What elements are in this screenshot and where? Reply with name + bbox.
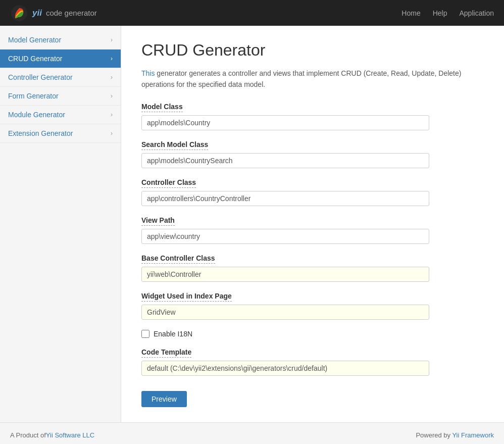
controller-class-label: Controller Class bbox=[141, 178, 196, 188]
page-title: CRUD Generator bbox=[141, 41, 484, 60]
enable-i18n-checkbox[interactable] bbox=[141, 330, 149, 338]
search-model-class-label: Search Model Class bbox=[141, 140, 208, 150]
search-model-class-input[interactable] bbox=[141, 153, 429, 168]
view-path-input[interactable] bbox=[141, 229, 429, 244]
nav-home[interactable]: Home bbox=[401, 9, 420, 17]
header-nav: Home Help Application bbox=[401, 9, 494, 17]
base-controller-class-group: Base Controller Class bbox=[141, 254, 484, 282]
chevron-right-icon: › bbox=[111, 92, 113, 100]
sidebar-item-controller-generator[interactable]: Controller Generator › bbox=[0, 68, 121, 87]
footer: A Product of Yii Software LLC Powered by… bbox=[0, 422, 504, 444]
sidebar-item-form-generator[interactable]: Form Generator › bbox=[0, 87, 121, 106]
model-class-group: Model Class bbox=[141, 103, 484, 130]
model-class-label: Model Class bbox=[141, 103, 183, 112]
sidebar-item-module-generator[interactable]: Module Generator › bbox=[0, 106, 121, 124]
sidebar-item-label: CRUD Generator bbox=[8, 55, 62, 63]
enable-i18n-label: Enable I18N bbox=[154, 330, 192, 338]
footer-right: Powered by Yii Framework bbox=[416, 431, 494, 439]
chevron-right-icon: › bbox=[111, 111, 113, 118]
sidebar: Model Generator › CRUD Generator › Contr… bbox=[0, 26, 121, 422]
logo: yii code generator bbox=[10, 4, 97, 22]
controller-class-group: Controller Class bbox=[141, 178, 484, 206]
preview-button[interactable]: Preview bbox=[141, 391, 187, 407]
view-path-label: View Path bbox=[141, 216, 175, 226]
chevron-right-icon: › bbox=[111, 74, 113, 81]
widget-used-label: Widget Used in Index Page bbox=[141, 292, 232, 302]
logo-text: yii bbox=[32, 8, 42, 18]
header: yii code generator Home Help Application bbox=[0, 0, 504, 26]
sidebar-item-model-generator[interactable]: Model Generator › bbox=[0, 31, 121, 50]
footer-yii-framework-link[interactable]: Yii Framework bbox=[452, 431, 494, 439]
code-template-group: Code Template bbox=[141, 348, 484, 376]
search-model-class-group: Search Model Class bbox=[141, 140, 484, 168]
sidebar-item-label: Form Generator bbox=[8, 92, 59, 100]
sidebar-item-label: Module Generator bbox=[8, 111, 65, 119]
nav-application[interactable]: Application bbox=[460, 9, 494, 17]
description-this-link[interactable]: This bbox=[141, 69, 155, 77]
nav-help[interactable]: Help bbox=[433, 9, 447, 17]
description: This generator generates a controller an… bbox=[141, 68, 484, 90]
logo-subtitle: code generator bbox=[46, 9, 97, 17]
yii-logo-icon bbox=[10, 4, 28, 22]
enable-i18n-group: Enable I18N bbox=[141, 330, 484, 338]
base-controller-class-input[interactable] bbox=[141, 267, 429, 282]
sidebar-item-crud-generator[interactable]: CRUD Generator › bbox=[0, 50, 121, 68]
description-text: generator generates a controller and vie… bbox=[141, 69, 461, 88]
model-class-input[interactable] bbox=[141, 115, 429, 130]
controller-class-input[interactable] bbox=[141, 191, 429, 206]
view-path-group: View Path bbox=[141, 216, 484, 244]
footer-yii-software-link[interactable]: Yii Software LLC bbox=[46, 431, 94, 439]
chevron-right-icon: › bbox=[111, 130, 113, 137]
sidebar-item-extension-generator[interactable]: Extension Generator › bbox=[0, 124, 121, 143]
chevron-right-icon: › bbox=[111, 55, 113, 62]
main-content: CRUD Generator This generator generates … bbox=[121, 26, 504, 422]
widget-used-group: Widget Used in Index Page bbox=[141, 292, 484, 320]
sidebar-item-label: Model Generator bbox=[8, 36, 61, 44]
footer-powered-text: Powered by bbox=[416, 431, 452, 439]
layout: Model Generator › CRUD Generator › Contr… bbox=[0, 26, 504, 422]
sidebar-item-label: Extension Generator bbox=[8, 129, 73, 137]
base-controller-class-label: Base Controller Class bbox=[141, 254, 215, 264]
footer-left-text: A Product of bbox=[10, 431, 46, 439]
widget-used-input[interactable] bbox=[141, 305, 429, 320]
code-template-label: Code Template bbox=[141, 348, 191, 358]
chevron-right-icon: › bbox=[111, 36, 113, 43]
sidebar-item-label: Controller Generator bbox=[8, 73, 73, 81]
code-template-input[interactable] bbox=[141, 361, 429, 376]
